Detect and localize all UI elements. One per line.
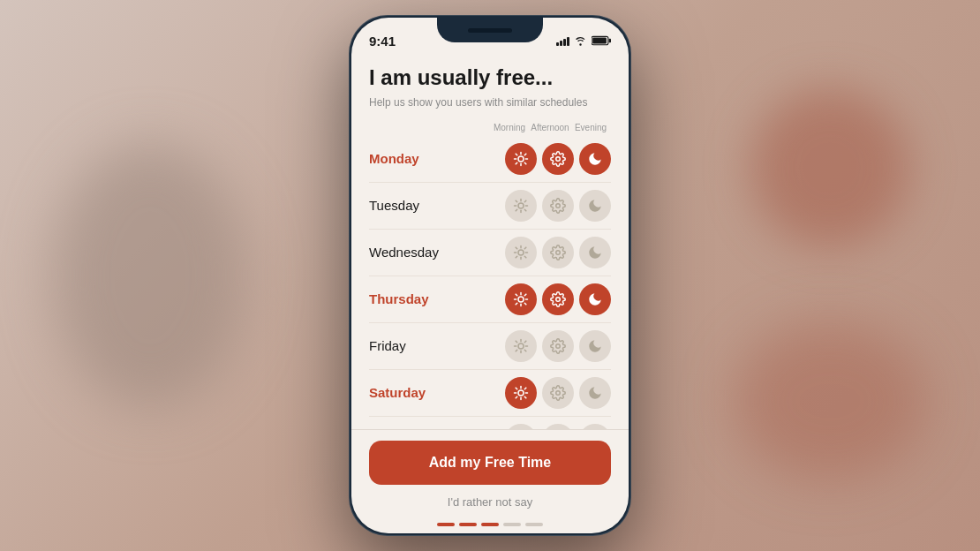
svg-line-16 — [516, 200, 517, 202]
evening-button[interactable] — [579, 377, 611, 409]
progress-dot — [503, 523, 521, 526]
svg-line-20 — [516, 209, 517, 211]
morning-button[interactable] — [505, 377, 537, 409]
day-name: Monday — [369, 151, 505, 166]
status-time: 9:41 — [369, 34, 396, 49]
day-row: Monday — [369, 136, 611, 183]
time-icons — [505, 143, 611, 175]
time-icons — [505, 237, 611, 268]
svg-line-56 — [516, 388, 517, 389]
bottom-section: Add my Free Time I'd rather not say — [351, 429, 629, 523]
day-row: Tuesday — [369, 183, 611, 230]
svg-point-52 — [556, 344, 561, 349]
evening-header: Evening — [570, 123, 611, 132]
svg-point-43 — [518, 343, 524, 349]
afternoon-button[interactable] — [542, 190, 574, 222]
add-free-time-button[interactable]: Add my Free Time — [369, 441, 611, 485]
phone-notch — [437, 18, 543, 42]
wifi-icon — [574, 35, 587, 46]
svg-line-61 — [524, 388, 526, 389]
signal-icon — [556, 35, 569, 46]
morning-header: Morning — [489, 123, 530, 132]
svg-line-36 — [516, 294, 517, 296]
afternoon-button[interactable] — [542, 143, 574, 175]
svg-point-33 — [518, 297, 524, 302]
svg-line-31 — [524, 247, 526, 249]
svg-line-17 — [524, 209, 526, 211]
svg-line-27 — [524, 256, 526, 258]
day-row: Friday — [369, 323, 611, 370]
evening-button[interactable] — [579, 237, 611, 268]
afternoon-header: Afternoon — [530, 123, 570, 132]
day-name: Saturday — [369, 385, 505, 400]
svg-line-21 — [524, 200, 526, 202]
morning-button[interactable] — [505, 237, 537, 268]
day-name: Wednesday — [369, 245, 505, 260]
afternoon-button[interactable] — [542, 283, 574, 315]
bg-decoration-left — [53, 143, 247, 408]
svg-line-46 — [516, 341, 517, 343]
afternoon-button[interactable] — [542, 377, 574, 409]
svg-line-11 — [524, 154, 526, 155]
bg-decoration-right-bottom — [733, 321, 927, 480]
svg-line-50 — [516, 350, 517, 351]
evening-button[interactable] — [579, 330, 611, 362]
svg-point-62 — [556, 391, 561, 396]
day-row: Saturday — [369, 370, 611, 417]
svg-line-47 — [524, 350, 526, 351]
page-subtitle: Help us show you users with similar sche… — [369, 96, 611, 109]
evening-button[interactable] — [579, 143, 611, 175]
svg-line-60 — [516, 396, 517, 398]
bg-decoration-right-top — [750, 88, 909, 247]
svg-line-57 — [524, 396, 526, 398]
svg-point-53 — [518, 390, 524, 396]
status-icons — [556, 35, 611, 46]
battery-icon — [592, 35, 611, 46]
svg-line-41 — [524, 294, 526, 296]
svg-line-26 — [516, 247, 517, 249]
day-row: Sunday — [369, 417, 611, 429]
svg-line-51 — [524, 341, 526, 343]
svg-point-12 — [556, 157, 561, 162]
svg-line-10 — [516, 162, 517, 164]
morning-button[interactable] — [505, 190, 537, 222]
scroll-area[interactable]: I am usually free... Help us show you us… — [351, 57, 629, 429]
speaker — [468, 28, 512, 33]
day-name: Thursday — [369, 291, 505, 306]
days-list: Monday Tuesday — [369, 136, 611, 429]
evening-button[interactable] — [579, 283, 611, 315]
morning-button[interactable] — [505, 330, 537, 362]
svg-point-3 — [518, 156, 524, 162]
svg-rect-1 — [609, 39, 611, 43]
progress-dot — [459, 523, 477, 526]
column-headers: Morning Afternoon Evening — [369, 123, 611, 132]
svg-line-37 — [524, 303, 526, 305]
page-title: I am usually free... — [369, 65, 611, 91]
morning-button[interactable] — [505, 283, 537, 315]
progress-indicator — [351, 523, 629, 533]
svg-rect-2 — [592, 37, 607, 43]
svg-line-40 — [516, 303, 517, 305]
progress-dot — [525, 523, 543, 526]
svg-point-22 — [556, 204, 561, 208]
day-name: Tuesday — [369, 198, 505, 213]
time-icons — [505, 283, 611, 315]
phone-frame: 9:41 — [349, 15, 631, 536]
time-icons — [505, 190, 611, 222]
morning-button[interactable] — [505, 143, 537, 175]
svg-point-32 — [556, 251, 561, 255]
svg-point-23 — [518, 250, 524, 255]
afternoon-button[interactable] — [542, 330, 574, 362]
progress-dot — [437, 523, 455, 526]
skip-link[interactable]: I'd rather not say — [369, 495, 611, 509]
svg-line-7 — [524, 162, 526, 164]
time-icons — [505, 330, 611, 362]
day-name: Friday — [369, 338, 505, 353]
phone-screen: 9:41 — [351, 18, 629, 533]
evening-button[interactable] — [579, 190, 611, 222]
svg-point-42 — [556, 298, 561, 302]
svg-point-13 — [518, 203, 524, 208]
day-row: Thursday — [369, 276, 611, 323]
afternoon-button[interactable] — [542, 237, 574, 268]
time-icons — [505, 377, 611, 409]
